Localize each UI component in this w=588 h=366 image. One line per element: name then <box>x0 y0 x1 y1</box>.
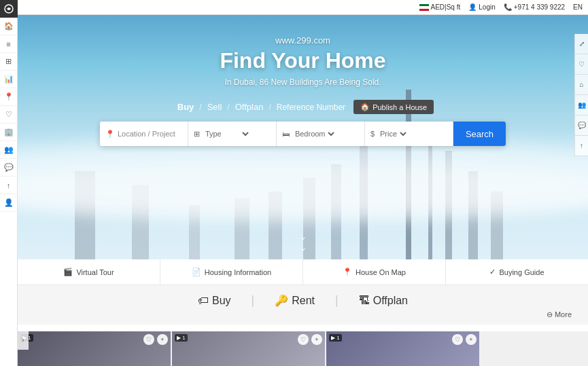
sidebar-right-arrow[interactable]: ↑ <box>575 136 589 156</box>
location-placeholder: Location / Project <box>118 130 175 138</box>
category-buy[interactable]: 🏷 Buy <box>198 295 231 307</box>
cards-row: ▶ 1 ♡ + ▶ 1 ♡ + ▶ 1 ♡ + <box>18 331 588 366</box>
sidebar-right: ⤢ ♡ ⌂ 👥 💬 ↑ <box>574 34 588 156</box>
login-icon: 👤 <box>468 3 477 11</box>
type-icon: ⊞ <box>194 130 200 139</box>
phone-icon: 📞 <box>504 3 512 11</box>
file-icon: 📄 <box>192 268 201 276</box>
tab-buy[interactable]: Buy <box>172 99 200 115</box>
tab-sell[interactable]: Sell <box>202 99 228 115</box>
sidebar-icon-chart[interactable]: 📊 <box>0 71 18 88</box>
tab-offplan[interactable]: Offplan <box>230 99 269 115</box>
category-rent[interactable]: 🔑 Rent <box>275 294 315 307</box>
currency-selector[interactable]: AED|Sq ft <box>419 3 461 11</box>
phone-label: +971 4 339 9222 <box>514 3 565 11</box>
sidebar-right-expand[interactable]: ⤢ <box>575 34 589 54</box>
sidebar-right-message[interactable]: 💬 <box>575 115 589 136</box>
scroll-down-indicator: ⌄⌄ <box>299 231 307 253</box>
rent-tab-label: Rent <box>292 295 315 307</box>
sidebar-left: 🏠 ≡ ⊞ 📊 📍 ♡ 🏢 👥 💬 ↑ 👤 <box>0 0 18 366</box>
bedroom-field[interactable]: 🛏 Bedroom 1 2 3+ <box>277 122 365 146</box>
bedroom-select[interactable]: Bedroom 1 2 3+ <box>292 129 336 139</box>
search-bar: 📍 Location / Project ⊞ Type Apartment Vi… <box>100 122 506 146</box>
house-on-map-item[interactable]: 📍 House On Map <box>303 259 446 285</box>
sidebar-icon-heart[interactable]: ♡ <box>0 106 18 124</box>
currency-label: AED|Sq ft <box>431 3 461 11</box>
property-card-2[interactable]: ▶ 1 ♡ + <box>172 331 325 366</box>
buy-tab-label: Buy <box>212 295 231 307</box>
housing-info-label: Housing Information <box>205 268 271 276</box>
buying-guide-item[interactable]: ✓ Buying Guide <box>446 259 588 285</box>
buying-guide-label: Buying Guide <box>499 268 544 276</box>
logo[interactable] <box>0 0 18 18</box>
sidebar-icon-home[interactable]: 🏠 <box>0 18 18 35</box>
virtual-tour-label: Virtual Tour <box>76 268 114 276</box>
language-label: EN <box>573 3 583 11</box>
sidebar-icon-grid[interactable]: ⊞ <box>0 53 18 71</box>
login-label: Login <box>479 3 495 11</box>
tag-icon: 🏷 <box>198 295 209 307</box>
hero-title: Find Your Home <box>220 48 385 73</box>
login-button[interactable]: 👤 Login <box>468 3 495 11</box>
card-2-badge: ▶ 1 <box>175 334 188 342</box>
card-3-add[interactable]: + <box>466 334 477 345</box>
hero-content: www.299.com Find Your Home In Dubai, 86 … <box>18 15 588 146</box>
search-button[interactable]: Search <box>453 122 506 146</box>
offplan-tab-label: Offplan <box>373 295 408 307</box>
category-offplan[interactable]: 🏗 Offplan <box>359 295 408 307</box>
hero-subtitle: In Dubai, 86 New Buildings Are Being Sol… <box>224 77 381 87</box>
sidebar-right-heart[interactable]: ♡ <box>575 54 589 75</box>
map-icon: 📍 <box>343 268 352 276</box>
card-3-actions: ♡ + <box>452 334 477 345</box>
publish-button[interactable]: 🏠 Publish a House <box>353 100 434 114</box>
type-select[interactable]: Type Apartment Villa <box>203 129 251 139</box>
house-icon: 🏠 <box>360 103 370 111</box>
language-selector[interactable]: EN <box>573 3 583 11</box>
top-bar: AED|Sq ft 👤 Login 📞 +971 4 339 9222 EN <box>18 0 588 15</box>
sidebar-icon-arrow[interactable]: ↑ <box>0 177 18 194</box>
card-2-favorite[interactable]: ♡ <box>298 334 309 345</box>
mist-layer-2 <box>18 164 588 219</box>
location-icon: 📍 <box>105 130 115 139</box>
more-row[interactable]: ⊖ More <box>31 310 574 319</box>
property-card-1[interactable]: ▶ 1 ♡ + <box>18 331 171 366</box>
sidebar-icon-user[interactable]: 👤 <box>0 194 18 212</box>
housing-info-item[interactable]: 📄 Housing Information <box>160 259 303 285</box>
card-3-badge: ▶ 1 <box>329 334 342 342</box>
location-field[interactable]: 📍 Location / Project <box>100 122 188 146</box>
more-label: More <box>555 310 572 319</box>
bedroom-icon: 🛏 <box>282 130 290 138</box>
card-2-add[interactable]: + <box>311 334 322 345</box>
key-icon: 🔑 <box>275 294 288 307</box>
check-icon: ✓ <box>489 268 496 276</box>
uae-flag <box>419 4 429 11</box>
more-icon: ⊖ <box>547 310 553 319</box>
card-3-favorite[interactable]: ♡ <box>452 334 463 345</box>
price-field[interactable]: $ Price <box>365 122 453 146</box>
sidebar-right-users[interactable]: 👥 <box>575 95 589 115</box>
tab-reference[interactable]: Reference Number <box>271 100 351 115</box>
sidebar-icon-layers[interactable]: ≡ <box>0 35 18 53</box>
slide-arrow[interactable]: › <box>18 329 29 350</box>
card-2-actions: ♡ + <box>298 334 322 345</box>
film-icon: 🎬 <box>63 268 73 276</box>
sidebar-right-home[interactable]: ⌂ <box>575 75 589 95</box>
category-section: 🏷 Buy | 🔑 Rent | 🏗 Offplan ⊖ More <box>18 285 588 325</box>
sidebar-icon-message[interactable]: 💬 <box>0 159 18 177</box>
card-1-favorite[interactable]: ♡ <box>143 334 154 345</box>
sidebar-icon-map[interactable]: 📍 <box>0 88 18 106</box>
type-field[interactable]: ⊞ Type Apartment Villa <box>188 122 277 146</box>
sidebar-icon-building[interactable]: 🏢 <box>0 124 18 141</box>
cat-sep-1: | <box>252 293 255 308</box>
bottom-bar: 🎬 Virtual Tour 📄 Housing Information 📍 H… <box>18 259 588 285</box>
hero-url: www.299.com <box>275 35 330 45</box>
price-icon: $ <box>370 130 375 138</box>
virtual-tour-item[interactable]: 🎬 Virtual Tour <box>18 259 160 285</box>
cat-sep-2: | <box>335 293 339 308</box>
card-1-add[interactable]: + <box>157 334 168 345</box>
publish-label: Publish a House <box>373 103 427 111</box>
phone-number[interactable]: 📞 +971 4 339 9222 <box>504 3 565 11</box>
price-select[interactable]: Price <box>377 129 409 139</box>
property-card-3[interactable]: ▶ 1 ♡ + <box>326 331 479 366</box>
sidebar-icon-users[interactable]: 👥 <box>0 141 18 159</box>
